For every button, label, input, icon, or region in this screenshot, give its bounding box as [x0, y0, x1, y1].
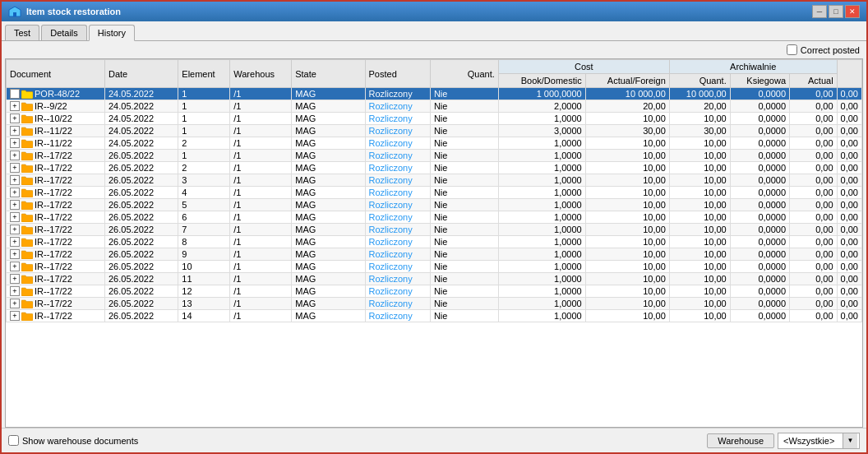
expand-icon[interactable]: +: [10, 274, 20, 284]
cell-state: Rozliczony: [365, 248, 430, 261]
title-bar-left: Item stock restoration: [8, 5, 121, 18]
show-warehouse-checkbox[interactable]: [8, 435, 19, 446]
cell-actual-foreign: 10 000,00: [669, 88, 730, 100]
expand-icon[interactable]: +: [10, 138, 20, 148]
close-button[interactable]: ✕: [845, 5, 860, 18]
table-row[interactable]: + IR--11/22 24.05.2022 1 /1 MAG Rozliczo…: [7, 125, 862, 137]
cell-actual-foreign: 10,00: [669, 248, 730, 261]
cell-date: 24.05.2022: [104, 125, 178, 137]
expand-icon[interactable]: +: [10, 262, 20, 271]
cell-element: 7: [178, 224, 230, 236]
expand-icon[interactable]: +: [10, 212, 20, 222]
cell-quant: 1,0000: [498, 248, 585, 261]
expand-icon[interactable]: +: [10, 200, 20, 210]
cell-wh-elem: /1: [230, 137, 292, 150]
col-header-ksiegowa: Ksiegowa: [730, 74, 789, 88]
expand-icon[interactable]: +: [10, 163, 20, 173]
cell-actual-foreign: 30,00: [669, 125, 730, 137]
cell-date: 26.05.2022: [104, 224, 178, 236]
cell-a-actual: 0,00: [837, 298, 861, 310]
expand-icon[interactable]: +: [10, 101, 20, 111]
table-row[interactable]: + IR--17/22 26.05.2022 2 /1 MAG Rozliczo…: [7, 162, 862, 174]
cell-quant: 1,0000: [498, 211, 585, 224]
cell-element: 3: [178, 174, 230, 187]
expand-icon[interactable]: +: [10, 286, 20, 296]
table-row[interactable]: + POR-48/22 24.05.2022 1 /1 MAG Rozliczo…: [7, 88, 862, 100]
folder-icon: [21, 164, 33, 173]
cell-a-actual: 0,00: [837, 285, 861, 298]
cell-element: 1: [178, 100, 230, 113]
table-row[interactable]: + IR--17/22 26.05.2022 9 /1 MAG Rozliczo…: [7, 248, 862, 261]
minimize-button[interactable]: ─: [812, 5, 827, 18]
table-row[interactable]: + IR--17/22 26.05.2022 12 /1 MAG Rozlicz…: [7, 285, 862, 298]
cell-ksiegowa: 0,00: [790, 298, 838, 310]
expand-icon[interactable]: +: [10, 126, 20, 136]
cell-ksiegowa: 0,00: [790, 211, 838, 224]
cell-actual-foreign: 10,00: [669, 236, 730, 248]
expand-icon[interactable]: +: [10, 311, 20, 321]
cell-state: Rozliczony: [365, 211, 430, 224]
cell-posted: Nie: [430, 187, 498, 199]
correct-posted-checkbox[interactable]: [787, 44, 797, 55]
table-row[interactable]: + IR--17/22 26.05.2022 8 /1 MAG Rozliczo…: [7, 236, 862, 248]
table-row[interactable]: + IR--17/22 26.05.2022 13 /1 MAG Rozlicz…: [7, 298, 862, 310]
cell-document: + IR--17/22: [7, 285, 105, 298]
expand-icon[interactable]: +: [10, 249, 20, 259]
expand-icon[interactable]: +: [10, 114, 20, 123]
table-row[interactable]: + IR--17/22 26.05.2022 14 /1 MAG Rozlicz…: [7, 310, 862, 322]
tab-details[interactable]: Details: [41, 25, 87, 40]
folder-icon: [21, 90, 33, 99]
cell-doc-text: IR--17/22: [35, 262, 72, 271]
table-row[interactable]: + IR--17/22 26.05.2022 4 /1 MAG Rozliczo…: [7, 187, 862, 199]
cell-actual-foreign: 10,00: [669, 261, 730, 273]
data-table-container[interactable]: Document Date Element Warehous State Pos…: [5, 58, 863, 428]
cell-document: + IR--17/22: [7, 236, 105, 248]
folder-icon: [21, 201, 33, 210]
table-row[interactable]: + IR--17/22 26.05.2022 6 /1 MAG Rozliczo…: [7, 211, 862, 224]
maximize-button[interactable]: □: [829, 5, 843, 18]
cell-element: 5: [178, 199, 230, 211]
table-row[interactable]: + IR--17/22 26.05.2022 3 /1 MAG Rozliczo…: [7, 174, 862, 187]
table-row[interactable]: + IR--17/22 26.05.2022 11 /1 MAG Rozlicz…: [7, 273, 862, 285]
expand-icon[interactable]: +: [10, 89, 20, 99]
cell-quant: 3,0000: [498, 125, 585, 137]
table-row[interactable]: + IR--17/22 26.05.2022 7 /1 MAG Rozliczo…: [7, 224, 862, 236]
title-buttons: ─ □ ✕: [812, 5, 860, 18]
expand-icon[interactable]: +: [10, 299, 20, 308]
table-row[interactable]: + IR--11/22 24.05.2022 2 /1 MAG Rozliczo…: [7, 137, 862, 150]
table-row[interactable]: + IR--9/22 24.05.2022 1 /1 MAG Rozliczon…: [7, 100, 862, 113]
expand-icon[interactable]: +: [10, 175, 20, 185]
cell-warehouse: MAG: [292, 113, 365, 125]
cell-warehouse: MAG: [292, 224, 365, 236]
cell-state: Rozliczony: [365, 100, 430, 113]
tab-test[interactable]: Test: [5, 25, 39, 40]
tab-history[interactable]: History: [89, 25, 135, 41]
table-row[interactable]: + IR--17/22 26.05.2022 5 /1 MAG Rozliczo…: [7, 199, 862, 211]
cell-warehouse: MAG: [292, 174, 365, 187]
warehouse-dropdown[interactable]: <Wszystkie> ▼: [778, 433, 860, 449]
cell-warehouse: MAG: [292, 261, 365, 273]
cell-state: Rozliczony: [365, 88, 430, 100]
cell-a-quant: 0,0000: [730, 211, 789, 224]
cell-wh-elem: /1: [230, 211, 292, 224]
cell-date: 26.05.2022: [104, 248, 178, 261]
cell-doc-text: IR--17/22: [35, 151, 72, 160]
cell-doc-text: IR--17/22: [35, 175, 72, 185]
cell-state: Rozliczony: [365, 113, 430, 125]
cell-a-actual: 0,00: [837, 100, 861, 113]
cell-a-actual: 0,00: [837, 187, 861, 199]
expand-icon[interactable]: +: [10, 151, 20, 160]
warehouse-button[interactable]: Warehouse: [707, 433, 774, 448]
toolbar: Correct posted: [2, 41, 866, 58]
table-row[interactable]: + IR--17/22 26.05.2022 10 /1 MAG Rozlicz…: [7, 261, 862, 273]
table-row[interactable]: + IR--17/22 26.05.2022 1 /1 MAG Rozliczo…: [7, 150, 862, 162]
table-row[interactable]: + IR--10/22 24.05.2022 1 /1 MAG Rozliczo…: [7, 113, 862, 125]
dropdown-arrow-icon[interactable]: ▼: [843, 433, 857, 448]
expand-icon[interactable]: +: [10, 188, 20, 197]
cell-doc-text: IR--17/22: [35, 212, 72, 222]
correct-posted-label: Correct posted: [801, 45, 860, 55]
col-header-cost-group: Cost: [498, 60, 669, 74]
expand-icon[interactable]: +: [10, 225, 20, 234]
cell-posted: Nie: [430, 162, 498, 174]
expand-icon[interactable]: +: [10, 237, 20, 247]
